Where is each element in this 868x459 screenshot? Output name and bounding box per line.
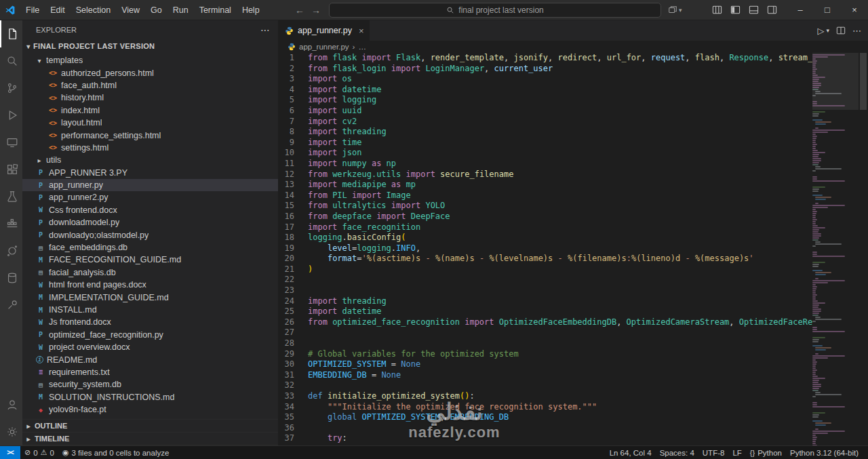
file-security_system.db[interactable]: ▤security_system.db: [22, 378, 278, 391]
menu-edit[interactable]: Edit: [45, 0, 71, 20]
file-settings.html[interactable]: <>settings.html: [22, 142, 278, 154]
code-line[interactable]: 9import time: [278, 138, 868, 148]
code-line[interactable]: 20 format='%(asctime)s - %(name)s - %(le…: [278, 254, 868, 264]
extensions-icon[interactable]: [0, 156, 22, 183]
code-line[interactable]: 17import face_recognition: [278, 222, 868, 233]
menu-view[interactable]: View: [116, 0, 145, 20]
code-line[interactable]: 1from flask import Flask, render_templat…: [278, 53, 868, 64]
encoding[interactable]: UTF-8: [698, 446, 729, 459]
code-line[interactable]: 29# Global variables for the optimized s…: [278, 349, 868, 360]
code-line[interactable]: 30OPTIMIZED_SYSTEM = None: [278, 359, 868, 370]
code-line[interactable]: 13import mediapipe as mp: [278, 180, 868, 191]
file-authorized_persons.html[interactable]: <>authorized_persons.html: [22, 66, 278, 79]
code-line[interactable]: 2from flask_login import LoginManager, c…: [278, 64, 868, 75]
code-line[interactable]: 7import cv2: [278, 117, 868, 127]
remote-indicator[interactable]: ><: [0, 446, 20, 459]
run-dropdown-icon[interactable]: ▾: [826, 27, 829, 34]
timeline-panel[interactable]: ▸ TIMELINE: [22, 433, 278, 445]
search-activity-icon[interactable]: [0, 47, 22, 75]
file-Css frontend.docx[interactable]: WCss frontend.docx: [22, 204, 278, 216]
code-line[interactable]: 4import datetime: [278, 85, 868, 96]
problems-indicator[interactable]: ⊘ 0 ⚠ 0: [20, 446, 58, 459]
code-line[interactable]: 33def initialize_optimized_system():: [278, 391, 868, 402]
file-app_runner2.py[interactable]: Papp_runner2.py: [22, 191, 278, 203]
minimize-button[interactable]: –: [787, 0, 814, 20]
command-center-search[interactable]: final project last version: [329, 3, 661, 18]
file-layout.html[interactable]: <>layout.html: [22, 117, 278, 129]
explorer-actions-icon[interactable]: ⋯: [260, 24, 270, 35]
indentation[interactable]: Spaces: 4: [656, 446, 698, 459]
file-requirements.txt[interactable]: ≡requirements.txt: [22, 366, 278, 378]
tab-app-runner[interactable]: app_runner.py ×: [278, 20, 370, 41]
python-interpreter[interactable]: Python 3.12 (64-bit): [786, 446, 863, 459]
customize-layout-icon[interactable]: [712, 5, 722, 15]
outline-panel[interactable]: ▸ OUTLINE: [22, 420, 278, 433]
language-mode[interactable]: {} Python: [746, 446, 786, 459]
code-line[interactable]: 23: [278, 285, 868, 296]
close-button[interactable]: ×: [841, 0, 868, 20]
remote-explorer-icon[interactable]: [0, 129, 22, 156]
layout-presets-dropdown[interactable]: ▾: [668, 5, 682, 15]
file-IMPLEMENTATION_GUIDE.md[interactable]: MIMPLEMENTATION_GUIDE.md: [22, 291, 278, 303]
explorer-icon[interactable]: [0, 20, 22, 47]
menu-go[interactable]: Go: [145, 0, 167, 20]
code-line[interactable]: 22: [278, 275, 868, 285]
jupyter-icon[interactable]: [0, 237, 22, 264]
file-history.html[interactable]: <>history.html: [22, 92, 278, 104]
file-SOLUTION_INSTRUCTIONS.md[interactable]: MSOLUTION_INSTRUCTIONS.md: [22, 391, 278, 403]
menu-selection[interactable]: Selection: [71, 0, 116, 20]
code-line[interactable]: 26from optimized_face_recognition import…: [278, 317, 868, 328]
editor-more-actions-icon[interactable]: ⋯: [852, 26, 861, 36]
cursor-position[interactable]: Ln 64, Col 4: [606, 446, 656, 459]
code-line[interactable]: 12from werkzeug.utils import secure_file…: [278, 169, 868, 180]
tools-icon[interactable]: [0, 292, 22, 319]
code-line[interactable]: 5import logging: [278, 95, 868, 106]
forward-arrow-icon[interactable]: →: [311, 5, 321, 16]
file-downloadyo;olastmodel.py[interactable]: Pdownloadyo;olastmodel.py: [22, 228, 278, 241]
minimap-slider[interactable]: [812, 53, 859, 110]
file-optimized_face_recognition.py[interactable]: Poptimized_face_recognition.py: [22, 329, 278, 341]
file-face_auth.html[interactable]: <>face_auth.html: [22, 79, 278, 92]
code-line[interactable]: 19 level=logging.INFO,: [278, 243, 868, 254]
run-python-file-button[interactable]: ▷: [817, 26, 824, 36]
code-line[interactable]: 24import threading: [278, 296, 868, 307]
split-editor-icon[interactable]: [836, 26, 846, 35]
file-app_runner.py[interactable]: Papp_runner.py: [22, 179, 278, 191]
code-line[interactable]: 8import threading: [278, 127, 868, 138]
toggle-secondary-sidebar-icon[interactable]: [767, 5, 777, 15]
eol-sequence[interactable]: LF: [728, 446, 745, 459]
file-README.md[interactable]: iREADME.md: [22, 353, 278, 365]
toggle-sidebar-icon[interactable]: [730, 5, 741, 15]
code-line[interactable]: 10import json: [278, 148, 868, 159]
code-line[interactable]: 21): [278, 264, 868, 275]
scrollbar-thumb[interactable]: [860, 53, 867, 110]
code-line[interactable]: 35 global OPTIMIZED_SYSTEM, EMBEDDING_DB: [278, 412, 868, 423]
code-line[interactable]: 15from ultralytics import YOLO: [278, 201, 868, 212]
code-line[interactable]: 25import datetime: [278, 306, 868, 317]
back-arrow-icon[interactable]: ←: [295, 5, 304, 16]
code-line[interactable]: 6import uuid: [278, 106, 868, 117]
file-INSTALL.md[interactable]: MINSTALL.md: [22, 304, 278, 316]
file-FACE_RECOGNITION_GUIDE.md[interactable]: MFACE_RECOGNITION_GUIDE.md: [22, 254, 278, 266]
code-line[interactable]: 3import os: [278, 74, 868, 85]
workspace-root[interactable]: ▾ FINAL PROJECT LAST VERSION: [22, 39, 278, 53]
menu-help[interactable]: Help: [237, 0, 265, 20]
file-APP_RUNNER 3.PY[interactable]: PAPP_RUNNER 3.PY: [22, 167, 278, 179]
file-project overview.docx[interactable]: Wproject overview.docx: [22, 341, 278, 353]
file-performance_settings.html[interactable]: <>performance_settings.html: [22, 129, 278, 141]
code-line[interactable]: 16from deepface import DeepFace: [278, 212, 868, 222]
code-line[interactable]: 36: [278, 423, 868, 434]
accounts-icon[interactable]: [0, 391, 22, 418]
editor-scrollbar[interactable]: [859, 53, 868, 445]
database-icon[interactable]: [0, 264, 22, 292]
file-facial_analysis.db[interactable]: ▤facial_analysis.db: [22, 266, 278, 279]
minimap[interactable]: [812, 53, 859, 445]
code-line[interactable]: 18logging.basicConfig(: [278, 233, 868, 243]
source-control-icon[interactable]: [0, 75, 22, 102]
analyze-status[interactable]: ◉ 3 files and 0 cells to analyze: [58, 446, 173, 459]
breadcrumb[interactable]: app_runner.py › …: [278, 41, 868, 53]
code-editor[interactable]: 1from flask import Flask, render_templat…: [278, 53, 868, 445]
folder-utils[interactable]: ▸utils: [22, 154, 278, 166]
settings-gear-icon[interactable]: [0, 418, 22, 445]
file-html front end pages.docx[interactable]: Whtml front end pages.docx: [22, 279, 278, 291]
